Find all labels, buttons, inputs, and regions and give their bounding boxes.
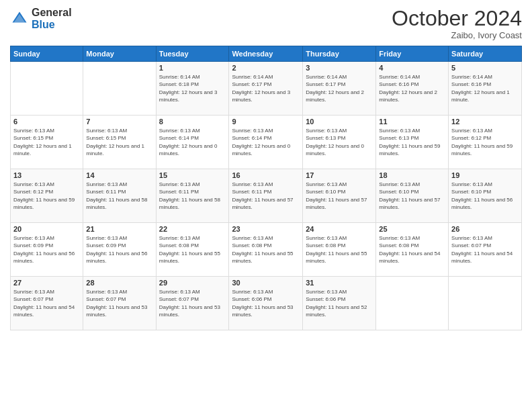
calendar-cell: 5Sunrise: 6:14 AM Sunset: 6:16 PM Daylig… (449, 62, 522, 116)
day-number: 25 (379, 225, 445, 233)
day-info: Sunrise: 6:13 AM Sunset: 6:10 PM Dayligh… (379, 181, 445, 211)
day-info: Sunrise: 6:13 AM Sunset: 6:10 PM Dayligh… (451, 181, 519, 211)
calendar-cell: 20Sunrise: 6:13 AM Sunset: 6:09 PM Dayli… (11, 223, 83, 277)
day-number: 2 (232, 64, 300, 72)
logo-text: General Blue (32, 7, 72, 30)
calendar-cell: 18Sunrise: 6:13 AM Sunset: 6:10 PM Dayli… (376, 169, 449, 223)
day-number: 9 (232, 118, 300, 126)
day-info: Sunrise: 6:13 AM Sunset: 6:11 PM Dayligh… (86, 181, 152, 211)
calendar-cell: 22Sunrise: 6:13 AM Sunset: 6:08 PM Dayli… (156, 223, 229, 277)
day-info: Sunrise: 6:13 AM Sunset: 6:11 PM Dayligh… (159, 181, 226, 211)
day-info: Sunrise: 6:13 AM Sunset: 6:07 PM Dayligh… (86, 288, 152, 318)
day-info: Sunrise: 6:13 AM Sunset: 6:15 PM Dayligh… (86, 127, 152, 157)
calendar-cell: 29Sunrise: 6:13 AM Sunset: 6:07 PM Dayli… (156, 277, 229, 330)
calendar-cell: 25Sunrise: 6:13 AM Sunset: 6:08 PM Dayli… (376, 223, 449, 277)
calendar-cell: 1Sunrise: 6:14 AM Sunset: 6:18 PM Daylig… (156, 62, 229, 116)
calendar-cell: 26Sunrise: 6:13 AM Sunset: 6:07 PM Dayli… (449, 223, 522, 277)
calendar-week-row: 27Sunrise: 6:13 AM Sunset: 6:07 PM Dayli… (11, 277, 522, 330)
calendar-week-row: 6Sunrise: 6:13 AM Sunset: 6:15 PM Daylig… (11, 116, 522, 169)
day-number: 5 (451, 64, 519, 72)
calendar-cell: 21Sunrise: 6:13 AM Sunset: 6:09 PM Dayli… (83, 223, 156, 277)
day-info: Sunrise: 6:14 AM Sunset: 6:16 PM Dayligh… (451, 73, 519, 103)
day-number: 7 (86, 118, 152, 126)
logo: General Blue (10, 7, 72, 30)
location-subtitle: Zaibo, Ivory Coast (392, 30, 522, 40)
day-number: 19 (451, 171, 519, 179)
day-number: 10 (306, 118, 373, 126)
day-number: 24 (306, 225, 373, 233)
day-info: Sunrise: 6:13 AM Sunset: 6:14 PM Dayligh… (232, 127, 300, 157)
day-number: 12 (451, 118, 519, 126)
day-info: Sunrise: 6:13 AM Sunset: 6:06 PM Dayligh… (232, 288, 300, 318)
page: General Blue October 2024 Zaibo, Ivory C… (0, 0, 532, 411)
calendar-cell: 2Sunrise: 6:14 AM Sunset: 6:17 PM Daylig… (229, 62, 303, 116)
day-number: 31 (306, 279, 373, 287)
day-info: Sunrise: 6:13 AM Sunset: 6:08 PM Dayligh… (159, 234, 226, 265)
calendar-cell: 17Sunrise: 6:13 AM Sunset: 6:10 PM Dayli… (303, 169, 376, 223)
calendar: SundayMondayTuesdayWednesdayThursdayFrid… (10, 46, 522, 330)
day-info: Sunrise: 6:14 AM Sunset: 6:17 PM Dayligh… (232, 73, 300, 103)
logo-blue: Blue (32, 19, 55, 30)
weekday-header: Sunday (11, 46, 83, 62)
day-info: Sunrise: 6:13 AM Sunset: 6:15 PM Dayligh… (13, 127, 80, 157)
calendar-cell: 19Sunrise: 6:13 AM Sunset: 6:10 PM Dayli… (449, 169, 522, 223)
day-info: Sunrise: 6:13 AM Sunset: 6:08 PM Dayligh… (379, 234, 445, 265)
calendar-cell: 4Sunrise: 6:14 AM Sunset: 6:16 PM Daylig… (376, 62, 449, 116)
calendar-cell: 7Sunrise: 6:13 AM Sunset: 6:15 PM Daylig… (83, 116, 156, 169)
day-number: 17 (306, 171, 373, 179)
calendar-cell: 8Sunrise: 6:13 AM Sunset: 6:14 PM Daylig… (156, 116, 229, 169)
day-info: Sunrise: 6:13 AM Sunset: 6:13 PM Dayligh… (306, 127, 373, 157)
weekday-header: Tuesday (156, 46, 229, 62)
calendar-cell: 27Sunrise: 6:13 AM Sunset: 6:07 PM Dayli… (11, 277, 83, 330)
day-number: 3 (306, 64, 373, 72)
calendar-cell: 9Sunrise: 6:13 AM Sunset: 6:14 PM Daylig… (229, 116, 303, 169)
weekday-header: Saturday (449, 46, 522, 62)
day-number: 21 (86, 225, 152, 233)
day-info: Sunrise: 6:13 AM Sunset: 6:06 PM Dayligh… (306, 288, 373, 318)
weekday-header: Friday (376, 46, 449, 62)
day-number: 14 (86, 171, 152, 179)
day-number: 16 (232, 171, 300, 179)
calendar-cell: 12Sunrise: 6:13 AM Sunset: 6:12 PM Dayli… (449, 116, 522, 169)
calendar-week-row: 13Sunrise: 6:13 AM Sunset: 6:12 PM Dayli… (11, 169, 522, 223)
calendar-cell (11, 62, 83, 116)
calendar-cell: 14Sunrise: 6:13 AM Sunset: 6:11 PM Dayli… (83, 169, 156, 223)
calendar-cell: 15Sunrise: 6:13 AM Sunset: 6:11 PM Dayli… (156, 169, 229, 223)
day-number: 11 (379, 118, 445, 126)
day-info: Sunrise: 6:13 AM Sunset: 6:14 PM Dayligh… (159, 127, 226, 157)
calendar-cell: 30Sunrise: 6:13 AM Sunset: 6:06 PM Dayli… (229, 277, 303, 330)
calendar-cell: 3Sunrise: 6:14 AM Sunset: 6:17 PM Daylig… (303, 62, 376, 116)
calendar-cell: 13Sunrise: 6:13 AM Sunset: 6:12 PM Dayli… (11, 169, 83, 223)
day-info: Sunrise: 6:13 AM Sunset: 6:12 PM Dayligh… (13, 181, 80, 211)
calendar-cell: 28Sunrise: 6:13 AM Sunset: 6:07 PM Dayli… (83, 277, 156, 330)
day-info: Sunrise: 6:13 AM Sunset: 6:07 PM Dayligh… (159, 288, 226, 318)
day-info: Sunrise: 6:13 AM Sunset: 6:08 PM Dayligh… (232, 234, 300, 265)
day-number: 13 (13, 171, 80, 179)
day-info: Sunrise: 6:13 AM Sunset: 6:07 PM Dayligh… (451, 234, 519, 265)
day-info: Sunrise: 6:13 AM Sunset: 6:10 PM Dayligh… (306, 181, 373, 211)
day-info: Sunrise: 6:13 AM Sunset: 6:11 PM Dayligh… (232, 181, 300, 211)
calendar-cell (83, 62, 156, 116)
day-number: 29 (159, 279, 226, 287)
day-number: 20 (13, 225, 80, 233)
day-info: Sunrise: 6:13 AM Sunset: 6:09 PM Dayligh… (13, 234, 80, 265)
header: General Blue October 2024 Zaibo, Ivory C… (10, 7, 522, 40)
day-number: 6 (13, 118, 80, 126)
day-info: Sunrise: 6:13 AM Sunset: 6:08 PM Dayligh… (306, 234, 373, 265)
day-info: Sunrise: 6:13 AM Sunset: 6:13 PM Dayligh… (379, 127, 445, 157)
day-info: Sunrise: 6:14 AM Sunset: 6:18 PM Dayligh… (159, 73, 226, 103)
day-number: 27 (13, 279, 80, 287)
day-number: 22 (159, 225, 226, 233)
calendar-cell (449, 277, 522, 330)
calendar-cell: 10Sunrise: 6:13 AM Sunset: 6:13 PM Dayli… (303, 116, 376, 169)
calendar-cell (376, 277, 449, 330)
calendar-cell: 6Sunrise: 6:13 AM Sunset: 6:15 PM Daylig… (11, 116, 83, 169)
day-number: 15 (159, 171, 226, 179)
logo-general: General (32, 7, 72, 18)
weekday-header: Wednesday (229, 46, 303, 62)
day-number: 18 (379, 171, 445, 179)
day-number: 30 (232, 279, 300, 287)
day-info: Sunrise: 6:13 AM Sunset: 6:09 PM Dayligh… (86, 234, 152, 265)
month-title: October 2024 (392, 7, 522, 30)
day-number: 26 (451, 225, 519, 233)
